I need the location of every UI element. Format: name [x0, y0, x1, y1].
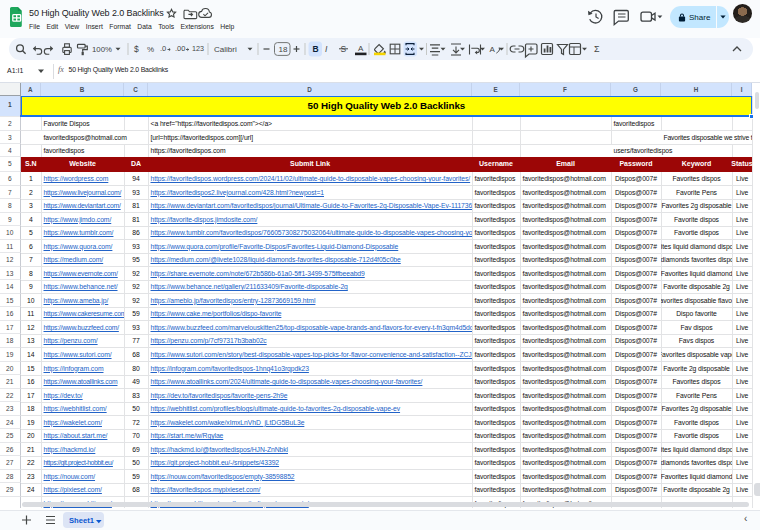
svg-text:A: A	[358, 44, 364, 53]
svg-text:.0: .0	[160, 44, 166, 53]
svg-text:.00: .00	[175, 44, 185, 53]
svg-text:Σ: Σ	[594, 45, 600, 55]
svg-text:I: I	[325, 44, 328, 54]
svg-text:A: A	[490, 45, 496, 54]
svg-text:100%: 100%	[92, 45, 112, 54]
svg-text:123: 123	[192, 45, 204, 54]
svg-text:18: 18	[279, 45, 288, 54]
svg-text:Calibri: Calibri	[214, 45, 237, 54]
svg-text:$: $	[134, 44, 139, 54]
svg-text:B: B	[312, 44, 318, 54]
svg-text:%: %	[147, 45, 154, 54]
